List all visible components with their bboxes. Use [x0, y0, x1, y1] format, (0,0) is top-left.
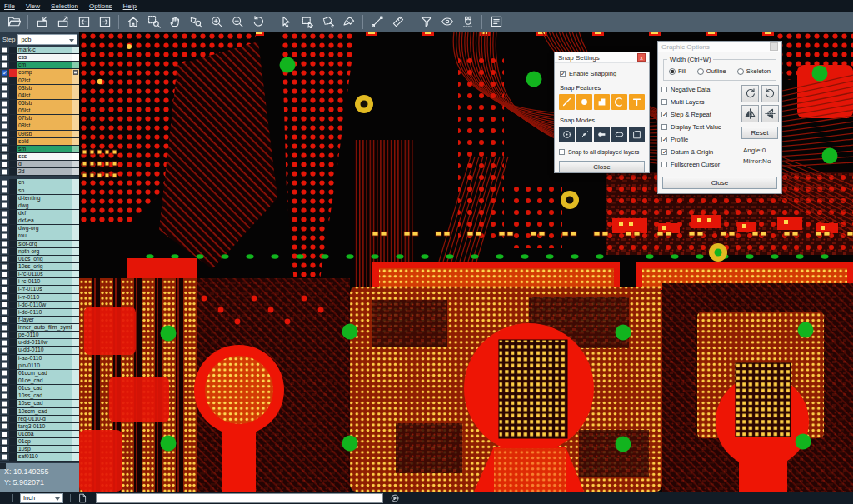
layer-checkbox-05lsb[interactable] [2, 101, 7, 107]
layer-checkbox-sm[interactable] [2, 146, 7, 152]
layer-color-swatch[interactable] [9, 168, 17, 175]
layer-extra-cell[interactable] [72, 416, 79, 422]
layer-color-swatch[interactable] [9, 187, 17, 194]
layer-checkbox-dwg-org[interactable] [2, 226, 7, 232]
layer-extra-cell[interactable] [72, 302, 79, 308]
zoom-window-button[interactable] [143, 13, 164, 31]
layer-checkbox-10sp[interactable] [2, 447, 7, 452]
graphic-option-fullscreen-cursor[interactable]: Fullscreen Cursor [661, 158, 740, 170]
layer-extra-cell[interactable] [72, 362, 79, 369]
layer-extra-cell[interactable] [72, 355, 79, 362]
layer-extra-cell[interactable] [72, 256, 79, 262]
layer-checkbox-u-dd-0110w[interactable] [2, 340, 7, 346]
snap-mode-slot-outline-button[interactable] [611, 127, 627, 142]
close-icon[interactable]: x [637, 53, 646, 62]
command-input[interactable] [96, 493, 383, 503]
layer-row-sold[interactable]: sold [0, 138, 79, 146]
layer-checkbox-targ3-0110[interactable] [2, 423, 7, 429]
select-rect-button[interactable] [297, 13, 317, 31]
layer-row-01cs_cad[interactable]: 01cs_cad [0, 385, 79, 392]
zoom-in-button[interactable] [206, 13, 227, 31]
layer-extra-cell[interactable] [72, 107, 79, 114]
layer-checkbox-f-layer[interactable] [2, 317, 7, 322]
layer-extra-cell[interactable] [72, 241, 79, 247]
layer-extra-cell[interactable] [72, 309, 79, 316]
layer-checkbox-dwg[interactable] [2, 202, 7, 208]
layer-checkbox-pin-0110[interactable] [2, 362, 7, 368]
layer-extra-cell[interactable] [72, 278, 79, 285]
layer-checkbox-01cs_orig[interactable] [2, 256, 7, 262]
layer-checkbox-npth-org[interactable] [2, 248, 7, 254]
layer-extra-cell[interactable] [72, 263, 79, 270]
layer-checkbox-dxf[interactable] [2, 211, 7, 217]
layer-checkbox-slot-org[interactable] [2, 241, 7, 247]
export-button[interactable] [52, 13, 73, 31]
layer-extra-cell[interactable] [72, 179, 79, 186]
layer-checkbox-comp[interactable] [2, 70, 7, 76]
layer-row-01cs_orig[interactable]: 01cs_orig [0, 256, 79, 263]
layer-color-swatch[interactable] [9, 232, 17, 239]
layer-row-i-aa-0110[interactable]: i-aa-0110 [0, 355, 79, 362]
layer-color-swatch[interactable] [9, 153, 17, 160]
layer-row-10ss_orig[interactable]: 10ss_orig [0, 263, 79, 271]
layer-row-reg-0110-d[interactable]: reg-0110-d [0, 416, 79, 423]
select-button[interactable] [276, 13, 297, 31]
layer-checkbox-10ss_cad[interactable] [2, 393, 7, 399]
layer-row-mark-c[interactable]: mark-c [0, 47, 79, 54]
layer-color-swatch[interactable] [9, 302, 17, 308]
layer-color-swatch[interactable] [9, 377, 17, 384]
layer-row-d[interactable]: d [0, 161, 79, 168]
menu-item-selection[interactable]: Selection [51, 2, 78, 10]
layer-color-swatch[interactable] [9, 161, 17, 167]
snap-mode-on-element-button[interactable] [576, 127, 592, 142]
layer-color-swatch[interactable] [9, 210, 17, 217]
view-forward-button[interactable] [94, 13, 115, 31]
layer-extra-cell[interactable] [72, 339, 79, 346]
layer-extra-cell[interactable] [72, 187, 79, 194]
eye-button[interactable] [436, 13, 457, 31]
layer-row-i-dd-0110[interactable]: i-dd-0110 [0, 309, 79, 317]
layer-color-swatch[interactable] [9, 202, 17, 209]
layer-color-swatch[interactable] [9, 225, 17, 232]
graphic-option-display-text-value[interactable]: Display Text Value [661, 121, 740, 132]
layer-color-swatch[interactable] [9, 317, 17, 323]
layer-checkbox-04lst[interactable] [2, 92, 7, 98]
layer-checkbox-10scm_cad[interactable] [2, 408, 7, 414]
layer-row-u-dd-0110[interactable]: u-dd-0110 [0, 347, 79, 354]
layer-row-03lsb[interactable]: 03lsb [0, 85, 79, 92]
width-radio-fill[interactable]: Fill [669, 67, 686, 75]
snap-feature-text-button[interactable] [629, 94, 645, 110]
layer-row-10ss_cad[interactable]: 10ss_cad [0, 392, 79, 400]
zoom-out-button[interactable] [227, 13, 247, 31]
layer-row-css[interactable]: css [0, 54, 79, 62]
layer-extra-cell[interactable] [72, 161, 79, 167]
layer-color-swatch[interactable] [9, 62, 17, 68]
layer-color-swatch[interactable] [9, 400, 17, 407]
layer-row-i-rc-0110s[interactable]: i-rc-0110s [0, 271, 79, 278]
layer-checkbox-02lst[interactable] [2, 77, 7, 83]
layer-row-i-dd-0110w[interactable]: i-dd-0110w [0, 302, 79, 309]
layer-color-swatch[interactable] [9, 54, 17, 61]
layer-checkbox-08lst[interactable] [2, 123, 7, 129]
graphic-option-datum-origin[interactable]: Datum & Origin [661, 146, 740, 157]
menu-item-options[interactable]: Options [89, 2, 112, 10]
layer-color-swatch[interactable] [9, 347, 17, 353]
layer-checkbox-mark-c[interactable] [2, 47, 7, 53]
layer-extra-cell[interactable] [72, 122, 79, 129]
layer-extra-cell[interactable] [72, 47, 79, 53]
layer-color-swatch[interactable] [9, 309, 17, 316]
layer-extra-cell[interactable] [72, 138, 79, 145]
snap-feature-line-button[interactable] [559, 94, 575, 110]
layer-checkbox-dxf-ea[interactable] [2, 218, 7, 224]
layer-row-01cba[interactable]: 01cba [0, 431, 79, 438]
layer-row-01ce_cad[interactable]: 01ce_cad [0, 377, 79, 385]
layer-checkbox-d-tenting[interactable] [2, 195, 7, 201]
unit-select[interactable]: Inch [20, 493, 63, 503]
layer-checkbox-sn[interactable] [2, 187, 7, 193]
layer-checkbox-saf0110[interactable] [2, 454, 7, 460]
layer-checkbox-i-rc-0110s[interactable] [2, 272, 7, 277]
rotate-ccw-button[interactable] [761, 85, 779, 102]
layer-extra-cell[interactable] [72, 153, 79, 160]
layer-extra-cell[interactable] [72, 248, 79, 255]
layer-checkbox-2d[interactable] [2, 169, 7, 175]
